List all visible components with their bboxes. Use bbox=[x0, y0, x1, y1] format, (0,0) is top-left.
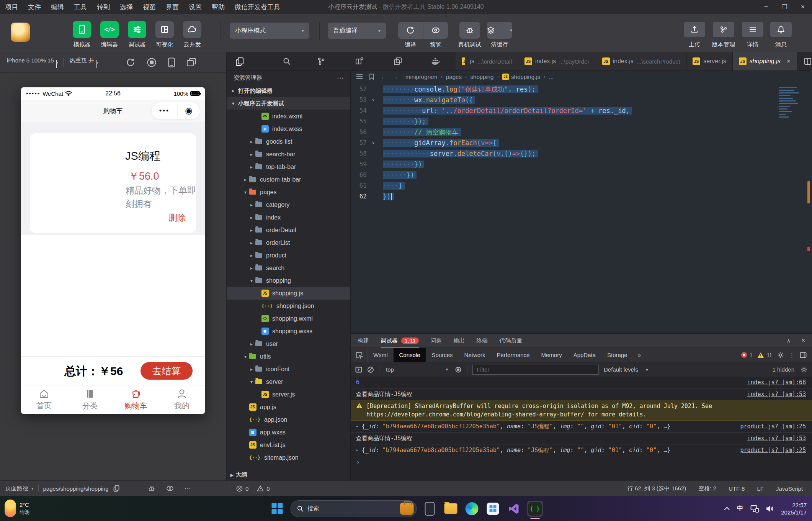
back-icon[interactable]: ← bbox=[381, 74, 386, 80]
console-source-link[interactable]: product.js? [sm]:25 bbox=[731, 446, 806, 454]
debug-tab-调试器[interactable]: 调试器1, 11 bbox=[381, 334, 419, 347]
tree-item-index.wxml[interactable]: <>index.wxml bbox=[227, 110, 350, 123]
eol[interactable]: LF bbox=[757, 485, 764, 492]
console-prompt[interactable]: › bbox=[351, 456, 812, 468]
more-actions-icon[interactable]: ⋯ bbox=[185, 485, 190, 492]
clock-widget[interactable]: 22:572025/1/17 bbox=[781, 501, 807, 516]
compile-select[interactable]: 普通编译▾ bbox=[328, 23, 386, 39]
line-number[interactable]: 56 bbox=[351, 127, 369, 138]
outline-section[interactable]: ▸ 大纲 bbox=[227, 469, 350, 480]
cloud-dev-button[interactable] bbox=[183, 21, 201, 38]
tree-item-app.js[interactable]: JSapp.js bbox=[227, 401, 350, 413]
devtools-tab-Sources[interactable]: Sources bbox=[426, 348, 459, 362]
tree-item-shopping.js[interactable]: JSshopping.js bbox=[227, 287, 350, 300]
tree-item-server[interactable]: ▾server bbox=[227, 375, 350, 388]
files-icon[interactable] bbox=[235, 57, 244, 66]
device-select[interactable]: iPhone 5 100% 15▾ bbox=[7, 57, 57, 68]
pages-icon[interactable] bbox=[394, 57, 402, 66]
tree-item-shopping[interactable]: ▾shopping bbox=[227, 274, 350, 287]
clear-cache-button[interactable]: ▾ bbox=[487, 22, 512, 39]
tray-expand-icon[interactable] bbox=[724, 507, 730, 512]
tree-item-product[interactable]: ▸product bbox=[227, 249, 350, 262]
more-actions-icon[interactable]: ⋯ bbox=[337, 74, 343, 82]
phone-tab-category[interactable]: 分类 bbox=[67, 385, 113, 414]
menubar-item-9[interactable]: 帮助 bbox=[207, 3, 230, 11]
maximize-button[interactable]: ❐ bbox=[775, 0, 794, 14]
editor-tab-index.js[interactable]: JSindex.js...\payOrder bbox=[518, 52, 596, 70]
tree-item-app.wxss[interactable]: ≣app.wxss bbox=[227, 426, 350, 439]
docker-icon[interactable] bbox=[431, 57, 441, 66]
dock-side-icon[interactable] bbox=[800, 352, 807, 358]
preview-button[interactable] bbox=[423, 22, 448, 39]
network-icon[interactable] bbox=[750, 505, 759, 513]
breadcrumb-item[interactable]: ... bbox=[549, 74, 554, 80]
git-branch-icon[interactable] bbox=[317, 57, 325, 66]
breadcrumb-item[interactable]: JSshopping.js bbox=[502, 74, 540, 80]
console-source-link[interactable]: index.js? [sm]:53 bbox=[738, 434, 806, 442]
tree-item-index[interactable]: ▸index bbox=[227, 211, 350, 224]
kebab-menu-icon[interactable]: ⋮ bbox=[789, 352, 795, 359]
close-capsule-icon[interactable]: ◉ bbox=[178, 106, 200, 115]
code-area[interactable]: 52········console.log("创建订单成功", res);53∨… bbox=[351, 82, 812, 333]
console-source-link[interactable]: index.js? [sm]:53 bbox=[738, 390, 806, 398]
multi-window-icon[interactable] bbox=[186, 58, 196, 67]
editor-tab-index.js[interactable]: JSindex.js...\searchProduct bbox=[596, 52, 687, 70]
checkout-button[interactable]: 去结算 bbox=[141, 362, 193, 380]
tree-item-shopping.json[interactable]: {··}shopping.json bbox=[227, 300, 350, 312]
menubar-item-5[interactable]: 选择 bbox=[115, 3, 138, 11]
line-number[interactable]: 54 bbox=[351, 105, 369, 116]
devtools-tab-Memory[interactable]: Memory bbox=[535, 348, 567, 362]
open-editors-section[interactable]: ▸ 打开的编辑器 bbox=[227, 85, 350, 97]
debug-tab-代码质量[interactable]: 代码质量 bbox=[499, 334, 522, 347]
tree-item-category[interactable]: ▸category bbox=[227, 198, 350, 211]
list-icon[interactable] bbox=[356, 74, 363, 79]
tree-item-app.json[interactable]: {··}app.json bbox=[227, 413, 350, 426]
clear-console-icon[interactable] bbox=[367, 366, 374, 373]
tree-item-search-bar[interactable]: ▸search-bar bbox=[227, 148, 350, 161]
editor-tab-server.js[interactable]: JSserver.js bbox=[686, 52, 733, 70]
tree-item-pages[interactable]: ▾pages bbox=[227, 186, 350, 198]
breadcrumb-item[interactable]: miniprogram bbox=[405, 74, 437, 80]
close-panel-icon[interactable]: × bbox=[801, 337, 805, 344]
copy-icon[interactable] bbox=[113, 485, 119, 492]
devtools-tab-Console[interactable]: Console bbox=[394, 348, 426, 362]
debug-tab-终端[interactable]: 终端 bbox=[476, 334, 488, 347]
minimize-button[interactable]: − bbox=[757, 0, 775, 14]
microsoft-store-app[interactable] bbox=[485, 501, 501, 517]
version-control-button[interactable] bbox=[713, 22, 734, 37]
compile-button[interactable] bbox=[398, 22, 423, 39]
split-editor-icon[interactable] bbox=[804, 57, 812, 65]
menubar-item-4[interactable]: 转到 bbox=[92, 3, 115, 11]
device-frame-icon[interactable] bbox=[168, 57, 175, 67]
tree-item-user[interactable]: ▸user bbox=[227, 338, 350, 350]
expand-icon[interactable]: ▸ bbox=[356, 422, 359, 431]
tree-item-server.js[interactable]: JSserver.js bbox=[227, 388, 350, 401]
fold-chevron-icon[interactable]: ∨ bbox=[369, 95, 377, 105]
tree-item-search[interactable]: ▸search bbox=[227, 262, 350, 274]
menubar-item-2[interactable]: 编辑 bbox=[46, 3, 69, 11]
avatar[interactable] bbox=[11, 23, 30, 42]
tree-item-envList.js[interactable]: JSenvList.js bbox=[227, 439, 350, 451]
settings-gear-icon[interactable] bbox=[777, 352, 784, 359]
filter-input[interactable] bbox=[472, 365, 599, 375]
menubar-item-8[interactable]: 设置 bbox=[184, 3, 207, 11]
eye-icon[interactable] bbox=[166, 485, 174, 492]
menubar-item-6[interactable]: 视图 bbox=[138, 3, 161, 11]
hot-reload-toggle[interactable]: 热重载 开▾ bbox=[70, 57, 97, 68]
tree-item-iconFont[interactable]: ▸iconFont bbox=[227, 363, 350, 375]
devtools-tab-Performance[interactable]: Performance bbox=[491, 348, 536, 362]
tree-item-top-tab-bar[interactable]: ▸top-tab-bar bbox=[227, 161, 350, 173]
simulator-button[interactable] bbox=[73, 21, 91, 38]
file-explorer-app[interactable] bbox=[443, 501, 459, 517]
menubar-item-0[interactable]: 项目 bbox=[0, 3, 23, 11]
eye-icon[interactable] bbox=[454, 367, 462, 373]
restart-icon[interactable] bbox=[126, 58, 135, 67]
start-button[interactable] bbox=[269, 501, 285, 517]
line-number[interactable]: 61 bbox=[351, 180, 369, 191]
inspect-element-icon[interactable] bbox=[351, 348, 368, 362]
warning-link[interactable]: https://developer.chrome.com/blog/enabli… bbox=[366, 411, 584, 418]
menubar-item-1[interactable]: 文件 bbox=[23, 3, 46, 11]
phone-tab-profile[interactable]: 我的 bbox=[159, 385, 205, 414]
encoding[interactable]: UTF-8 bbox=[729, 485, 745, 492]
edge-browser-app[interactable] bbox=[464, 501, 480, 517]
